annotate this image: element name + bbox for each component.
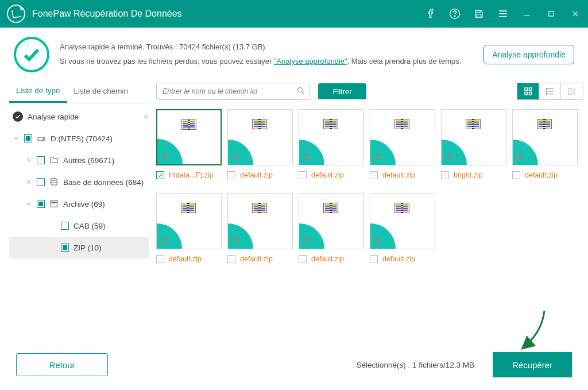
tab-type-list[interactable]: Liste de type	[9, 79, 67, 103]
file-card[interactable]: Hidata...F).zip	[156, 109, 222, 180]
status-overlay-icon	[228, 140, 253, 165]
svg-rect-8	[549, 11, 554, 16]
tree-database[interactable]: Base de données (684)	[9, 171, 149, 193]
checkbox-indeterminate[interactable]	[37, 200, 45, 208]
file-checkbox[interactable]	[299, 255, 307, 263]
recover-button[interactable]: Récupérer	[493, 352, 572, 377]
checkbox[interactable]	[37, 156, 45, 164]
file-thumb[interactable]	[370, 193, 435, 249]
svg-point-13	[51, 178, 57, 180]
file-checkbox[interactable]	[299, 171, 307, 179]
file-thumb[interactable]	[156, 193, 222, 249]
file-thumb[interactable]	[299, 109, 364, 165]
file-card[interactable]: default.zip	[299, 109, 364, 180]
svg-rect-42	[376, 239, 380, 244]
svg-rect-29	[568, 88, 571, 95]
status-overlay-icon	[370, 140, 396, 165]
file-card[interactable]: default.zip	[227, 109, 293, 180]
chevron-right-icon[interactable]	[25, 179, 32, 186]
file-card[interactable]: default.zip	[227, 193, 293, 264]
tab-path-list[interactable]: Liste de chemin	[67, 79, 136, 103]
tree-label: ZIP (10)	[74, 244, 102, 252]
file-checkbox[interactable]	[370, 171, 378, 179]
status-overlay-icon	[442, 140, 467, 165]
help-icon[interactable]	[449, 8, 461, 20]
minimize-icon[interactable]	[521, 8, 533, 20]
tree-archive[interactable]: Archive (69)	[9, 193, 149, 215]
checkbox[interactable]	[37, 178, 45, 186]
file-thumb[interactable]	[441, 109, 506, 165]
deep-scan-link[interactable]: "Analyse approfondie"	[274, 57, 347, 65]
svg-rect-40	[234, 239, 237, 244]
file-card[interactable]: bright.zip	[441, 109, 506, 180]
summary-count: 70424 fichier(s) (13.7 GB)	[179, 43, 265, 51]
status-overlay-icon	[157, 223, 182, 249]
file-card[interactable]: default.zip	[512, 109, 578, 180]
checkbox-indeterminate[interactable]	[61, 244, 69, 252]
file-name: default.zip	[525, 171, 558, 179]
checkbox[interactable]	[61, 222, 69, 230]
file-label-row: Hidata...F).zip	[156, 170, 222, 180]
file-name: default.zip	[311, 255, 344, 263]
tree-quick-scan[interactable]: Analyse rapide	[9, 106, 149, 128]
search-icon[interactable]	[296, 86, 305, 98]
file-label-row: default.zip	[512, 170, 578, 180]
file-checkbox[interactable]	[512, 171, 520, 179]
files-grid: Hidata...F).zipdefault.zipdefault.zipdef…	[156, 103, 583, 264]
file-checkbox[interactable]	[227, 255, 235, 263]
chevron-down-icon[interactable]	[142, 113, 149, 120]
file-name: default.zip	[169, 255, 202, 263]
file-checkbox[interactable]	[156, 171, 164, 179]
check-badge-icon	[13, 111, 23, 122]
search-wrap	[156, 83, 310, 100]
zip-icon	[181, 119, 196, 136]
tree-cab[interactable]: CAB (59)	[9, 215, 149, 237]
file-thumb[interactable]	[370, 109, 435, 165]
chevron-down-icon[interactable]	[13, 135, 20, 142]
save-icon[interactable]	[473, 8, 485, 20]
file-checkbox[interactable]	[227, 171, 235, 179]
tree-label: Autres (69671)	[63, 156, 114, 165]
view-grid-icon[interactable]	[517, 83, 539, 99]
filter-button[interactable]: Filtrer	[318, 83, 366, 99]
file-thumb[interactable]	[227, 109, 293, 165]
view-list-icon[interactable]	[539, 83, 561, 99]
maximize-icon[interactable]	[546, 8, 557, 20]
svg-point-12	[43, 138, 44, 139]
file-checkbox[interactable]	[441, 171, 449, 179]
annotation-arrow-icon	[516, 308, 550, 354]
file-card[interactable]: default.zip	[156, 193, 222, 264]
svg-rect-19	[525, 88, 528, 91]
svg-rect-37	[447, 155, 451, 160]
file-thumb[interactable]	[156, 109, 222, 165]
facebook-icon[interactable]	[425, 8, 436, 20]
app-logo	[7, 5, 25, 23]
view-detail-icon[interactable]	[561, 83, 583, 99]
file-checkbox[interactable]	[370, 255, 378, 263]
file-thumb[interactable]	[299, 193, 364, 249]
file-card[interactable]: default.zip	[370, 109, 435, 180]
file-thumb[interactable]	[512, 109, 578, 165]
chevron-right-icon[interactable]	[25, 157, 32, 164]
close-icon[interactable]	[570, 8, 581, 20]
deep-scan-button[interactable]: Analyse approfondie	[483, 45, 574, 64]
tree-zip[interactable]: ZIP (10)	[9, 237, 149, 258]
file-card[interactable]: default.zip	[299, 193, 364, 264]
tree-autres[interactable]: Autres (69671)	[9, 149, 149, 171]
file-name: default.zip	[240, 255, 273, 263]
drive-icon	[37, 134, 46, 143]
tree-drive[interactable]: D:(NTFS) (70424)	[9, 128, 149, 149]
checkbox-indeterminate[interactable]	[24, 134, 32, 142]
app-title: FonePaw Récupération De Données	[32, 9, 425, 19]
search-input[interactable]	[156, 83, 310, 100]
menu-icon[interactable]	[497, 8, 509, 20]
status-overlay-icon	[228, 223, 253, 249]
back-button[interactable]: Retour	[16, 353, 108, 376]
file-thumb[interactable]	[227, 193, 293, 249]
file-checkbox[interactable]	[156, 255, 164, 263]
chevron-down-icon[interactable]	[25, 200, 32, 207]
zip-icon	[394, 203, 409, 219]
status-overlay-icon	[299, 140, 324, 165]
file-card[interactable]: default.zip	[370, 193, 435, 264]
titlebar: FonePaw Récupération De Données	[0, 0, 588, 28]
